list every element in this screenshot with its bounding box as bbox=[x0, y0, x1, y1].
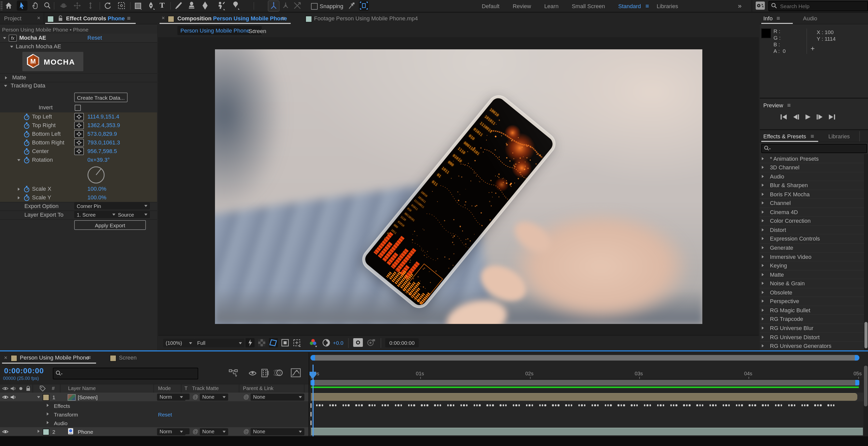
expand-icon[interactable] bbox=[762, 318, 764, 321]
workspace-overflow-chevron[interactable]: » bbox=[738, 2, 741, 10]
help-search[interactable] bbox=[768, 1, 868, 11]
motion-blur-icon[interactable] bbox=[273, 368, 284, 378]
expand-icon[interactable] bbox=[762, 309, 764, 312]
col-layer-name[interactable]: Layer Name bbox=[68, 385, 96, 391]
composition-flowchart-icon[interactable] bbox=[229, 369, 239, 379]
effects-category-perspective[interactable]: Perspective bbox=[760, 297, 864, 306]
rectangle-tool[interactable] bbox=[134, 2, 142, 11]
mask-visibility-icon[interactable] bbox=[269, 338, 278, 347]
tracking-point-center[interactable]: Center956.7,598.5 bbox=[0, 147, 157, 156]
tracking-point-bottom-right[interactable]: Bottom Right793.0,1061.3 bbox=[0, 138, 157, 147]
layer2-parent-pickwhip-icon[interactable]: @ bbox=[243, 428, 249, 434]
expand-icon[interactable] bbox=[762, 282, 764, 285]
tab-libraries[interactable]: Libraries bbox=[828, 133, 850, 139]
layer1-color-swatch[interactable] bbox=[43, 394, 49, 401]
frame-blending-icon[interactable] bbox=[261, 368, 270, 379]
rotation-value[interactable]: 0x+39.3° bbox=[87, 157, 110, 163]
effects-category-color-correction[interactable]: Color Correction bbox=[760, 217, 864, 226]
exposure-value[interactable]: +0.0 bbox=[333, 340, 343, 346]
col-t[interactable]: T bbox=[184, 385, 188, 391]
expand-icon[interactable] bbox=[762, 202, 764, 205]
expand-icon[interactable] bbox=[762, 300, 764, 303]
puppet-pin-tool[interactable] bbox=[231, 1, 240, 11]
transparency-grid-icon[interactable] bbox=[257, 338, 266, 348]
layer1-group-audio[interactable]: Audio bbox=[0, 419, 308, 428]
info-menu-icon[interactable]: ≡ bbox=[777, 15, 780, 22]
layer1-group-effects[interactable]: Effects bbox=[0, 401, 308, 410]
expand-icon[interactable] bbox=[762, 246, 764, 249]
brush-tool[interactable] bbox=[174, 2, 182, 11]
expand-icon[interactable] bbox=[762, 335, 764, 338]
timeline-tab-menu-icon[interactable]: ≡ bbox=[87, 354, 91, 361]
guides-grid-icon[interactable] bbox=[292, 338, 301, 348]
roto-brush-tool[interactable] bbox=[216, 1, 226, 11]
workspace-libraries[interactable]: Libraries bbox=[650, 3, 685, 9]
pan-behind-tool[interactable] bbox=[117, 2, 126, 11]
play-button[interactable] bbox=[804, 114, 812, 121]
effects-category-rg-universe-distort[interactable]: RG Universe Distort bbox=[760, 333, 864, 342]
layer2-eye-icon[interactable] bbox=[2, 429, 9, 435]
expand-icon[interactable] bbox=[762, 291, 764, 294]
graph-editor-icon[interactable] bbox=[291, 368, 301, 378]
workspace-standard[interactable]: Standard bbox=[612, 3, 647, 9]
mocha-launch-button[interactable]: M MOCHA bbox=[22, 52, 83, 71]
hand-tool[interactable] bbox=[32, 2, 40, 11]
timeline-search-input[interactable] bbox=[65, 370, 198, 377]
channel-icon[interactable] bbox=[308, 338, 318, 349]
work-area-bar[interactable] bbox=[309, 379, 868, 386]
first-frame-button[interactable] bbox=[780, 114, 788, 121]
breadcrumb-comp[interactable]: Person Using Mobile Phone bbox=[180, 27, 250, 34]
stopwatch-icon[interactable] bbox=[23, 122, 30, 129]
effects-category-cinema-4d[interactable]: Cinema 4D bbox=[760, 208, 864, 217]
point-value[interactable]: 956.7,598.5 bbox=[87, 148, 117, 154]
effects-category-obsolete[interactable]: Obsolete bbox=[760, 288, 864, 297]
show-snapshot-icon[interactable] bbox=[366, 338, 376, 348]
point-target-button[interactable] bbox=[74, 147, 84, 155]
layer-row-phone[interactable]: 2 Phone Norm @ None @ None bbox=[0, 427, 308, 436]
expand-icon[interactable] bbox=[47, 421, 49, 424]
stopwatch-icon[interactable] bbox=[23, 148, 30, 155]
tracking-expand-icon[interactable] bbox=[4, 85, 7, 87]
invert-checkbox[interactable] bbox=[75, 105, 81, 111]
stopwatch-icon[interactable] bbox=[23, 131, 30, 138]
effects-category-channel[interactable]: Channel bbox=[760, 199, 864, 208]
resolution-dropdown[interactable]: Full bbox=[195, 339, 244, 347]
effect-expand-icon[interactable] bbox=[3, 37, 6, 39]
pen-tool[interactable] bbox=[147, 2, 155, 11]
point-target-button[interactable] bbox=[74, 122, 84, 129]
effects-search[interactable] bbox=[761, 144, 867, 153]
point-value[interactable]: 793.0,1061.3 bbox=[87, 139, 120, 145]
layer1-t-checkbox[interactable] bbox=[183, 394, 190, 400]
expand-icon[interactable] bbox=[762, 237, 764, 240]
rotation-tool[interactable] bbox=[104, 2, 112, 11]
viewer-timecode[interactable]: 0:00:00:00 bbox=[385, 338, 419, 347]
expand-icon[interactable] bbox=[762, 326, 764, 330]
tab-audio[interactable]: Audio bbox=[803, 15, 817, 21]
selection-tool[interactable] bbox=[17, 1, 27, 11]
workspace-review[interactable]: Review bbox=[506, 3, 538, 9]
scale-y-value[interactable]: 100.0% bbox=[87, 194, 106, 200]
point-value[interactable]: 1362.4,353.9 bbox=[87, 122, 120, 128]
time-ruler[interactable]: 00s01s02s03s04s05s bbox=[309, 365, 868, 379]
layer2-name[interactable]: Phone bbox=[78, 429, 93, 435]
workspace-small-screen[interactable]: Small Screen bbox=[565, 3, 612, 9]
point-target-button[interactable] bbox=[74, 139, 84, 146]
col-mode[interactable]: Mode bbox=[158, 385, 171, 391]
effects-category-generate[interactable]: Generate bbox=[760, 243, 864, 252]
effects-category-blur-sharpen[interactable]: Blur & Sharpen bbox=[760, 181, 864, 190]
col-track-matte[interactable]: Track Matte bbox=[192, 385, 219, 391]
layer2-expand-icon[interactable] bbox=[38, 430, 40, 433]
effects-category-animation-presets[interactable]: * Animation Presets bbox=[760, 154, 864, 163]
timeline-hscrollbar[interactable] bbox=[309, 354, 862, 362]
expand-icon[interactable] bbox=[762, 166, 764, 169]
sync-settings-icon[interactable] bbox=[756, 2, 765, 10]
shy-icon[interactable] bbox=[248, 369, 257, 379]
timeline-vscrollbar[interactable] bbox=[863, 365, 868, 436]
layer2-mode-dropdown[interactable]: Norm bbox=[157, 428, 185, 435]
orbit-camera-tool[interactable] bbox=[59, 2, 68, 11]
expand-icon[interactable] bbox=[762, 184, 764, 187]
comp-tab-close-icon[interactable]: × bbox=[162, 15, 165, 21]
scale-y-stopwatch-icon[interactable] bbox=[23, 194, 30, 201]
eraser-tool[interactable] bbox=[201, 1, 209, 11]
layer-export-source-dropdown[interactable]: Source bbox=[115, 211, 150, 218]
